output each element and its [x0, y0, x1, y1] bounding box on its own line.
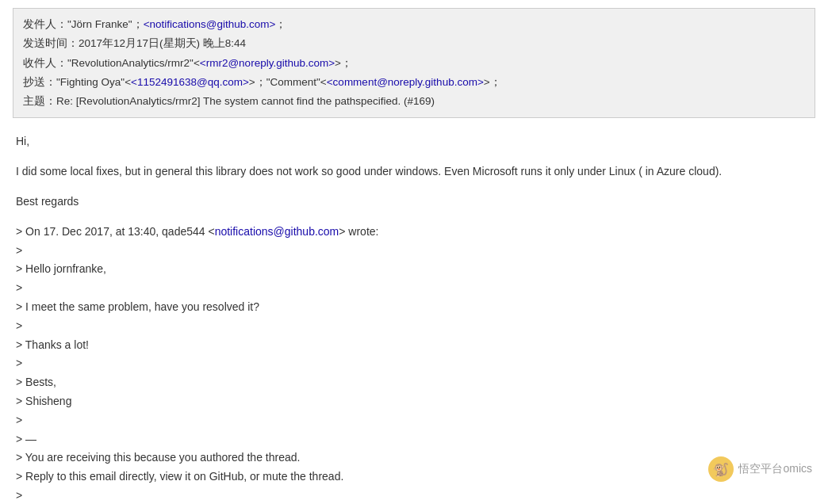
cc-name1: "Fighting Oya" [56, 73, 125, 92]
sender-label: 发件人： [23, 15, 67, 34]
quote-line12: > — [16, 430, 812, 449]
recipient-row: 收件人： "RevolutionAnalytics/rmr2"<<rmr2@no… [23, 54, 805, 73]
subject-value: Re: [RevolutionAnalytics/rmr2] The syste… [56, 92, 435, 111]
quote-notification-link[interactable]: notifications@github.com [215, 225, 339, 238]
watermark-icon: 🐒 [708, 456, 734, 482]
greeting: Hi, [16, 132, 812, 151]
subject-row: 主题： Re: [RevolutionAnalytics/rmr2] The s… [23, 92, 805, 111]
watermark: 🐒 悟空平台omics [708, 456, 812, 482]
recipient-email-link[interactable]: <rmr2@noreply.github.com> [200, 54, 335, 73]
body-closing: Best regards [16, 193, 812, 212]
email-container: 发件人： "Jörn Franke"；<notifications@github… [0, 0, 828, 504]
recipient-label: 收件人： [23, 54, 67, 73]
quote-line9: > Bests, [16, 373, 812, 392]
time-label: 发送时间： [23, 34, 79, 53]
quote-line11: > [16, 411, 812, 430]
email-header: 发件人： "Jörn Franke"；<notifications@github… [13, 8, 815, 118]
quote-line10: > Shisheng [16, 392, 812, 411]
sender-name: "Jörn Franke" [67, 15, 132, 34]
cc-name2: "Comment" [266, 73, 320, 92]
quote-line5: > I meet the same problem, have you reso… [16, 298, 812, 317]
recipient-name: "RevolutionAnalytics/rmr2" [67, 54, 194, 73]
quote-line8: > [16, 354, 812, 373]
cc-row: 抄送： "Fighting Oya"<<1152491638@qq.com>>；… [23, 73, 805, 92]
time-value: 2017年12月17日(星期天) 晚上8:44 [79, 34, 246, 53]
quote-line14: > Reply to this email directly, view it … [16, 468, 812, 487]
quote-line1: > On 17. Dec 2017, at 13:40, qade544 <no… [16, 223, 812, 242]
quote-line13: > You are receiving this because you aut… [16, 449, 812, 468]
sender-row: 发件人： "Jörn Franke"；<notifications@github… [23, 15, 805, 34]
body-paragraph1: I did some local fixes, but in general t… [16, 162, 812, 181]
watermark-text: 悟空平台omics [738, 462, 812, 476]
subject-label: 主题： [23, 92, 56, 111]
quote-line2: > [16, 242, 812, 261]
cc-email1-link[interactable]: <1152491638@qq.com> [131, 73, 249, 92]
quote-line15: > [16, 487, 812, 504]
sender-email-link[interactable]: <notifications@github.com> [144, 15, 276, 34]
cc-email2-link[interactable]: <comment@noreply.github.com> [327, 73, 484, 92]
cc-label: 抄送： [23, 73, 56, 92]
time-row: 发送时间： 2017年12月17日(星期天) 晚上8:44 [23, 34, 805, 53]
email-body: Hi, I did some local fixes, but in gener… [13, 132, 815, 504]
quote-line7: > Thanks a lot! [16, 336, 812, 355]
quote-line6: > [16, 317, 812, 336]
quote-line3: > Hello jornfranke, [16, 260, 812, 279]
quote-block: > On 17. Dec 2017, at 13:40, qade544 <no… [16, 223, 812, 504]
quote-line4: > [16, 279, 812, 298]
